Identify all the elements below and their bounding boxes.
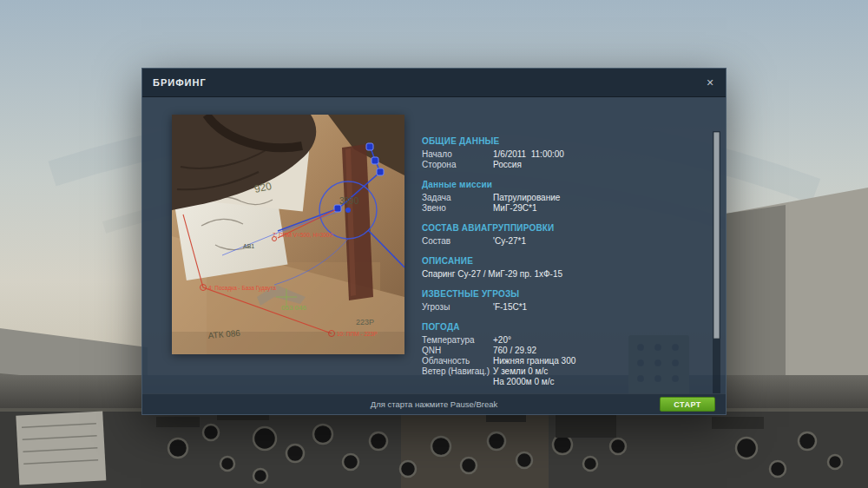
section-heading: ИЗВЕСТНЫЕ УГРОЗЫ: [422, 289, 682, 299]
dialog-header: БРИФИНГ ✕: [142, 69, 726, 97]
map-label: 223Р: [356, 318, 374, 326]
row-label: Начало: [422, 149, 493, 160]
briefing-section: ПОГОДАТемпература+20°QNH760 / 29.92Облач…: [422, 322, 682, 387]
scrollbar[interactable]: [713, 131, 720, 399]
row-label: Температура: [422, 335, 493, 346]
row-value: 1/6/2011 11:00:00: [493, 149, 682, 160]
row-label: Ветер (Навигац.): [422, 366, 493, 377]
row-value: Патрулирование: [493, 193, 682, 203]
briefing-row: Начало1/6/2011 11:00:00: [422, 149, 682, 160]
section-heading: Данные миссии: [422, 180, 682, 189]
mission-map-image: 9203990223РАТК 086053 046АВ17: ППМ V=500…: [172, 115, 404, 354]
row-value: Россия: [493, 160, 682, 170]
row-label: Сторона: [422, 160, 493, 170]
briefing-section: ОБЩИЕ ДАННЫЕНачало1/6/2011 11:00:00Сторо…: [422, 136, 682, 170]
briefing-dialog: БРИФИНГ ✕: [141, 68, 727, 415]
briefing-row: Угрозы'F-15С*1: [422, 302, 682, 313]
briefing-section: ИЗВЕСТНЫЕ УГРОЗЫУгрозы'F-15С*1: [422, 289, 682, 313]
briefing-row: Состав'Су-27*1: [422, 236, 682, 247]
start-button[interactable]: СТАРТ: [660, 397, 715, 412]
mission-map[interactable]: 9203990223РАТК 086053 046АВ17: ППМ V=500…: [172, 115, 404, 354]
row-value: 'Су-27*1: [493, 236, 682, 247]
start-hint: Для старта нажмите Pause/Break: [142, 399, 726, 409]
row-label: Задача: [422, 193, 493, 203]
row-value: МиГ-29С*1: [493, 203, 682, 214]
row-label: [422, 377, 493, 387]
row-value: 'F-15С*1: [493, 302, 682, 313]
map-label: 4: Посадка - База Гудаута: [208, 285, 276, 292]
briefing-section: Данные миссииЗадачаПатрулированиеЗвеноМи…: [422, 180, 682, 214]
row-value: +20°: [493, 335, 682, 346]
briefing-row: ЗадачаПатрулирование: [422, 193, 682, 203]
briefing-section: СОСТАВ АВИАГРУППИРОВКИСостав'Су-27*1: [422, 223, 682, 247]
section-heading: СОСТАВ АВИАГРУППИРОВКИ: [422, 223, 682, 233]
row-value: Нижняя граница 300: [493, 356, 682, 366]
row-label: Состав: [422, 236, 493, 247]
dialog-body: 9203990223РАТК 086053 046АВ17: ППМ V=500…: [142, 96, 726, 394]
briefing-row: Температура+20°: [422, 335, 682, 346]
close-icon[interactable]: ✕: [703, 76, 717, 89]
briefing-row: На 2000м 0 м/с: [422, 377, 682, 387]
dialog-title: БРИФИНГ: [153, 77, 207, 88]
map-label: 3990: [339, 196, 359, 206]
section-heading: ОБЩИЕ ДАННЫЕ: [422, 136, 682, 146]
briefing-row: Ветер (Навигац.)У земли 0 м/с: [422, 366, 682, 377]
briefing-section: ОПИСАНИЕСпаринг Су-27 / МиГ-29 пр. 1хФ-1…: [422, 256, 682, 280]
row-label: QNH: [422, 346, 493, 356]
row-value: У земли 0 м/с: [493, 366, 682, 377]
map-label: АВ1: [243, 243, 254, 249]
section-heading: ОПИСАНИЕ: [422, 256, 682, 266]
row-value: На 2000м 0 м/с: [493, 377, 682, 387]
briefing-row: ОблачностьНижняя граница 300: [422, 356, 682, 366]
map-label: 7: ППМ V=500, Н=3000: [273, 232, 333, 238]
section-heading: ПОГОДА: [422, 322, 682, 332]
map-label: 10: ППМ - 223Р: [337, 331, 378, 337]
map-label: 053 046: [281, 304, 306, 312]
row-value: Спаринг Су-27 / МиГ-29 пр. 1хФ-15: [422, 269, 682, 280]
row-label: Облачность: [422, 356, 493, 366]
briefing-row: QNH760 / 29.92: [422, 346, 682, 356]
dialog-footer: Для старта нажмите Pause/Break СТАРТ: [142, 393, 726, 414]
briefing-row: Спаринг Су-27 / МиГ-29 пр. 1хФ-15: [422, 269, 682, 280]
briefing-info: ОБЩИЕ ДАННЫЕНачало1/6/2011 11:00:00Сторо…: [422, 136, 682, 397]
row-value: 760 / 29.92: [493, 346, 682, 356]
briefing-row: ЗвеноМиГ-29С*1: [422, 203, 682, 214]
briefing-row: СторонаРоссия: [422, 160, 682, 170]
row-label: Звено: [422, 203, 493, 214]
scrollbar-thumb[interactable]: [713, 132, 720, 339]
row-label: Угрозы: [422, 302, 493, 313]
